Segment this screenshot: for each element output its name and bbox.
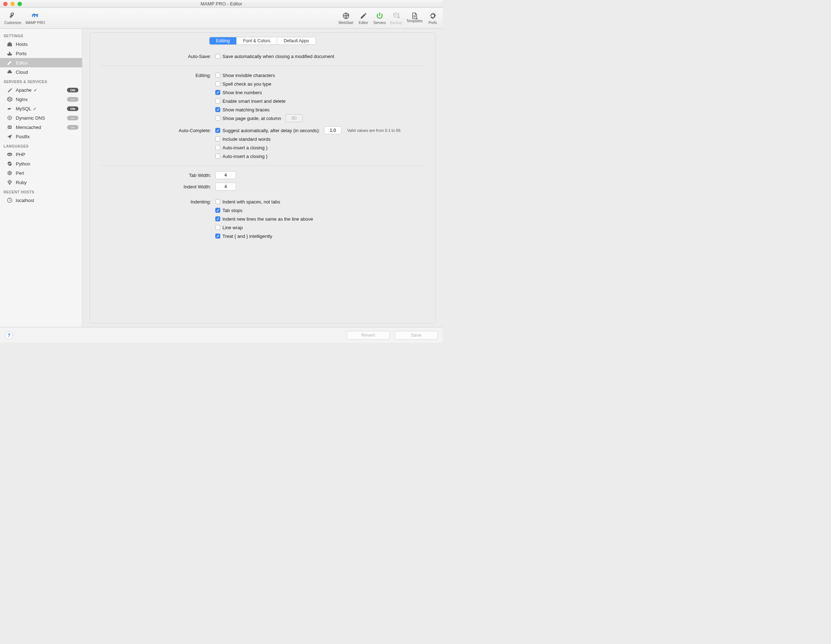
svg-text:php: php bbox=[8, 153, 12, 156]
mamp-pro-button[interactable]: MAMP PRO bbox=[24, 11, 46, 25]
sidebar-header: SETTINGS bbox=[0, 31, 82, 40]
editing-5-label: Show page guide, at column bbox=[223, 116, 281, 121]
form-row: Auto-Complete: Suggest automatically, af… bbox=[101, 126, 425, 135]
indenting-1-checkbox[interactable] bbox=[215, 208, 220, 213]
sidebar-item-label: Cloud bbox=[16, 70, 78, 75]
templates-button[interactable]: ▾ Templates bbox=[405, 11, 424, 25]
cloud-icon bbox=[6, 69, 13, 75]
form-label: Tab Width: bbox=[101, 173, 215, 178]
minimize-window-button[interactable] bbox=[10, 2, 15, 6]
form-label: Auto-Complete: bbox=[101, 128, 215, 133]
feather-icon bbox=[6, 87, 13, 93]
status-pill: ON bbox=[67, 88, 78, 92]
webstart-button[interactable]: WebStart bbox=[337, 11, 355, 25]
form-row: Editing: Show invisible characters bbox=[101, 71, 425, 80]
editing-3-checkbox[interactable] bbox=[215, 99, 220, 103]
hint-text: Valid values are from 0.1 to 99. bbox=[347, 128, 401, 132]
sidebar-item-postfix[interactable]: Postfix bbox=[0, 132, 82, 141]
form-row: Indent Width: bbox=[101, 182, 425, 191]
sidebar-item-hosts[interactable]: Hosts bbox=[0, 40, 82, 49]
pencil-icon bbox=[359, 11, 368, 20]
form-row: Show matching braces bbox=[101, 105, 425, 114]
sidebar-item-editor[interactable]: Editor bbox=[0, 58, 82, 67]
tab-font-colors[interactable]: Font & Colors bbox=[236, 37, 277, 45]
prefs-button[interactable]: Prefs bbox=[425, 11, 440, 25]
sidebar-item-dynamic-dns[interactable]: Dynamic DNS — bbox=[0, 113, 82, 122]
indenting-4-checkbox[interactable] bbox=[215, 234, 220, 239]
autocomplete-2-checkbox[interactable] bbox=[215, 145, 220, 150]
indenting-0-checkbox[interactable] bbox=[215, 199, 220, 204]
autocomplete-0-input[interactable] bbox=[324, 126, 341, 134]
sidebar-item-python[interactable]: Python bbox=[0, 159, 82, 169]
indenting-3-checkbox[interactable] bbox=[215, 225, 220, 230]
window-title: MAMP PRO - Editor bbox=[0, 1, 443, 6]
sidebar-item-cloud[interactable]: Cloud bbox=[0, 67, 82, 77]
footer: ? Revert Save bbox=[0, 327, 443, 343]
sidebar-item-label: Dynamic DNS bbox=[16, 115, 64, 121]
titlebar: MAMP PRO - Editor bbox=[0, 0, 443, 8]
autocomplete-1-checkbox[interactable] bbox=[215, 137, 220, 142]
save-button[interactable]: Save bbox=[395, 331, 438, 340]
autocomplete-3-checkbox[interactable] bbox=[215, 154, 220, 159]
editing-5-checkbox[interactable] bbox=[215, 116, 220, 121]
dolphin-icon bbox=[6, 105, 13, 112]
customize-button[interactable]: Customize bbox=[3, 11, 22, 25]
indenting-2-checkbox[interactable] bbox=[215, 216, 220, 221]
sidebar-item-label: Editor bbox=[16, 60, 78, 65]
editing-5-input bbox=[285, 114, 302, 122]
sidebar-item-label: Postfix bbox=[16, 134, 78, 139]
close-window-button[interactable] bbox=[3, 2, 8, 6]
form-row: Treat { and } intelligently bbox=[101, 232, 425, 240]
customize-label: Customize bbox=[4, 21, 21, 25]
tab-default-apps[interactable]: Default Apps bbox=[277, 37, 315, 45]
ship-icon bbox=[6, 50, 13, 57]
sidebar-item-apache[interactable]: Apache ✓ ON bbox=[0, 85, 82, 95]
indenting-1-label: Tab stops bbox=[223, 208, 242, 213]
svg-point-3 bbox=[9, 117, 10, 119]
sidebar-header: LANGUAGES bbox=[0, 141, 82, 150]
editor-button[interactable]: Editor bbox=[357, 11, 371, 25]
sidebar-item-ports[interactable]: Ports bbox=[0, 49, 82, 58]
servers-button[interactable]: Servers bbox=[372, 11, 387, 25]
form-row: Include standard words bbox=[101, 135, 425, 143]
perl-icon bbox=[6, 170, 13, 176]
home-icon bbox=[6, 41, 13, 47]
indent-width-input[interactable] bbox=[215, 183, 236, 191]
sidebar-item-localhost[interactable]: localhost bbox=[0, 196, 82, 205]
sidebar-item-memcached[interactable]: Memcached — bbox=[0, 122, 82, 132]
form-row: Enable smart insert and delete bbox=[101, 97, 425, 105]
revert-button[interactable]: Revert bbox=[347, 331, 390, 340]
editor-tabs: EditingFont & ColorsDefault Apps bbox=[209, 37, 316, 45]
sidebar-item-ruby[interactable]: Ruby bbox=[0, 178, 82, 187]
editing-0-label: Show invisible characters bbox=[223, 73, 275, 78]
form-row: Tab Width: bbox=[101, 171, 425, 180]
editing-4-checkbox[interactable] bbox=[215, 107, 220, 112]
sidebar-item-mysql[interactable]: MySQL ✓ ON bbox=[0, 104, 82, 113]
help-button[interactable]: ? bbox=[5, 331, 13, 339]
globe-icon bbox=[342, 11, 350, 20]
editing-2-checkbox[interactable] bbox=[215, 90, 220, 95]
ruby-icon bbox=[6, 179, 13, 186]
sidebar-item-nginx[interactable]: Nginx — bbox=[0, 95, 82, 104]
indenting-3-label: Line wrap bbox=[223, 225, 242, 230]
sidebar-item-perl[interactable]: Perl bbox=[0, 169, 82, 178]
dns-icon bbox=[6, 114, 13, 121]
tab-width-input[interactable] bbox=[215, 171, 236, 179]
sidebar-item-label: Nginx bbox=[16, 97, 64, 102]
zoom-window-button[interactable] bbox=[18, 2, 22, 6]
editing-0-checkbox[interactable] bbox=[215, 73, 220, 78]
editing-1-checkbox[interactable] bbox=[215, 81, 220, 86]
autocomplete-0-checkbox[interactable] bbox=[215, 128, 220, 133]
svg-point-1 bbox=[394, 13, 399, 15]
plane-icon bbox=[6, 133, 13, 140]
form-label: Editing: bbox=[101, 73, 215, 78]
settings-card: EditingFont & ColorsDefault Apps Auto-Sa… bbox=[89, 32, 436, 323]
form-row: Auto-insert a closing ) bbox=[101, 143, 425, 152]
indenting-4-label: Treat { and } intelligently bbox=[223, 234, 272, 239]
tab-editing[interactable]: Editing bbox=[210, 37, 236, 45]
sidebar-item-php[interactable]: php PHP bbox=[0, 150, 82, 159]
nginx-icon bbox=[6, 96, 13, 102]
autosave-checkbox[interactable] bbox=[215, 54, 220, 59]
form-row: Tab stops bbox=[101, 206, 425, 215]
autosave-label: Save automatically when closing a modifi… bbox=[223, 54, 334, 59]
